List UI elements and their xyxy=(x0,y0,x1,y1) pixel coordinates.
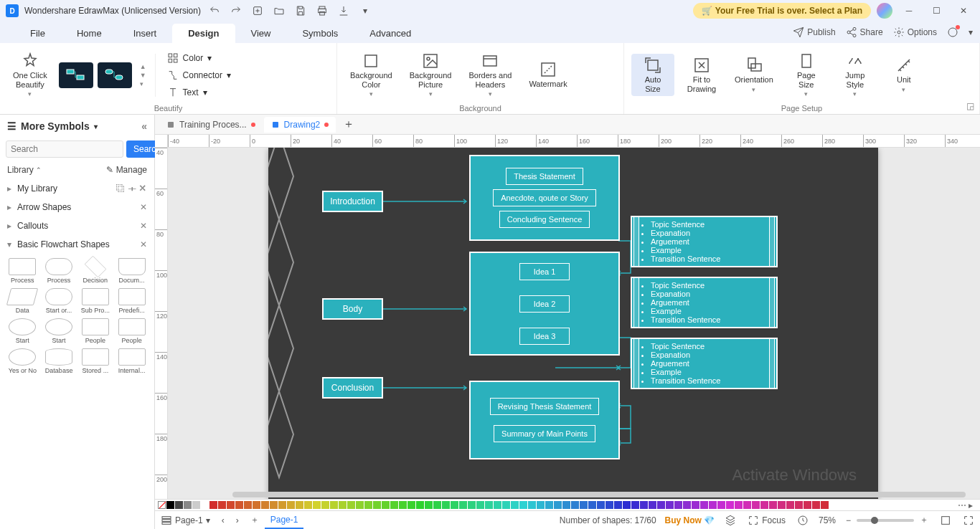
color-swatch[interactable] xyxy=(459,501,467,509)
color-swatch[interactable] xyxy=(692,501,699,509)
color-swatch[interactable] xyxy=(201,501,209,509)
color-swatch[interactable] xyxy=(468,501,476,509)
color-swatch[interactable] xyxy=(296,501,303,509)
color-swatch[interactable] xyxy=(597,501,605,509)
shape-start[interactable]: Start xyxy=(42,318,76,344)
color-swatch[interactable] xyxy=(666,501,674,509)
page-list-button[interactable]: Page-1 ▾ xyxy=(155,512,216,529)
prev-page-button[interactable]: ‹ xyxy=(216,513,230,528)
shape-subpro[interactable]: Sub Pro... xyxy=(79,288,113,314)
color-swatch[interactable] xyxy=(717,501,725,509)
connector-button[interactable]: Connector ▾ xyxy=(164,68,234,82)
color-swatch[interactable] xyxy=(399,501,407,509)
detail-list-3[interactable]: Topic SentenceExpanationArguementExample… xyxy=(631,338,778,389)
color-swatch[interactable] xyxy=(442,501,450,509)
doc-tab-drawing2[interactable]: Drawing2 xyxy=(264,117,336,133)
color-swatch[interactable] xyxy=(580,501,588,509)
theme-thumb-2[interactable] xyxy=(98,62,132,88)
color-swatch[interactable] xyxy=(821,501,829,509)
color-swatch[interactable] xyxy=(588,501,596,509)
color-swatch[interactable] xyxy=(726,501,734,509)
color-swatch[interactable] xyxy=(175,501,183,509)
bg-picture-button[interactable]: Background Picture▾ xyxy=(404,49,458,100)
color-swatch[interactable] xyxy=(356,501,364,509)
open-icon[interactable] xyxy=(271,3,287,19)
shape-people[interactable]: People xyxy=(79,318,113,344)
qa-dropdown-icon[interactable]: ▾ xyxy=(357,3,373,19)
trial-banner[interactable]: 🛒 Your Free Trial is over. Select a Plan xyxy=(693,3,871,19)
zoom-reset-button[interactable] xyxy=(791,512,814,529)
color-swatch[interactable] xyxy=(218,501,226,509)
sub-concluding[interactable]: Concluding Sentence xyxy=(499,211,590,228)
focus-button[interactable]: Focus xyxy=(742,512,791,529)
bg-color-button[interactable]: Background Color▾ xyxy=(344,49,398,100)
color-swatch[interactable] xyxy=(674,501,682,509)
color-swatch[interactable] xyxy=(304,501,312,509)
gallery-down-icon[interactable]: ▼ xyxy=(140,72,146,79)
color-swatch[interactable] xyxy=(709,501,717,509)
shape-docum[interactable]: Docum... xyxy=(115,258,149,284)
menu-advanced[interactable]: Advanced xyxy=(354,24,427,43)
menu-view[interactable]: View xyxy=(235,24,287,43)
shape-people[interactable]: People xyxy=(115,318,149,344)
color-swatch[interactable] xyxy=(606,501,613,509)
sidebar-collapse-icon[interactable]: « xyxy=(141,120,147,132)
shape-internal[interactable]: Internal... xyxy=(115,348,149,374)
shape-start[interactable]: Start xyxy=(6,318,39,344)
lib-cat-my-library[interactable]: ▸My Library⿻ ＋ ✕ xyxy=(0,179,154,198)
color-swatch[interactable] xyxy=(743,501,751,509)
color-swatch[interactable] xyxy=(519,501,527,509)
notification-icon[interactable] xyxy=(947,27,958,38)
color-swatch[interactable] xyxy=(451,501,458,509)
zoom-in-button[interactable]: ＋ xyxy=(914,511,934,529)
color-swatch[interactable] xyxy=(390,501,398,509)
menu-symbols[interactable]: Symbols xyxy=(286,24,354,43)
close-button[interactable]: ✕ xyxy=(953,2,974,19)
color-swatch[interactable] xyxy=(433,501,441,509)
color-swatch[interactable] xyxy=(407,501,415,509)
color-swatch[interactable] xyxy=(700,501,708,509)
color-swatch[interactable] xyxy=(631,501,639,509)
gallery-up-icon[interactable]: ▲ xyxy=(140,63,146,70)
ribbon-collapse-icon[interactable]: ▾ xyxy=(969,27,973,37)
color-swatch[interactable] xyxy=(752,501,760,509)
watermark-button[interactable]: Watermark xyxy=(523,58,573,91)
canvas[interactable]: Introduction Thesis Statement Anecdote, … xyxy=(168,148,980,499)
color-swatch[interactable] xyxy=(270,501,278,509)
menu-file[interactable]: File xyxy=(14,24,61,43)
color-swatch[interactable] xyxy=(476,501,484,509)
color-swatch[interactable] xyxy=(657,501,665,509)
page-tab-1[interactable]: Page-1 xyxy=(265,512,304,529)
share-link[interactable]: Share xyxy=(846,27,883,38)
node-introduction[interactable]: Introduction xyxy=(322,191,383,212)
sub-summary[interactable]: Summary of Main Points xyxy=(494,425,595,442)
color-swatch[interactable] xyxy=(339,501,347,509)
theme-thumb-1[interactable] xyxy=(59,62,93,88)
menu-home[interactable]: Home xyxy=(61,24,118,43)
color-swatch[interactable] xyxy=(786,501,794,509)
print-icon[interactable] xyxy=(314,3,330,19)
menu-insert[interactable]: Insert xyxy=(118,24,173,43)
detail-list-2[interactable]: Topic SentenceExpanationArguementExample… xyxy=(631,277,778,328)
h-scrollbar[interactable] xyxy=(232,492,966,497)
color-swatch[interactable] xyxy=(184,501,192,509)
publish-link[interactable]: Publish xyxy=(793,27,835,38)
shape-process[interactable]: Process xyxy=(42,258,76,284)
color-swatch[interactable] xyxy=(330,501,338,509)
color-swatch[interactable] xyxy=(235,501,243,509)
color-swatch[interactable] xyxy=(528,501,536,509)
page-size-button[interactable]: Page Size▾ xyxy=(785,49,828,100)
layers-icon[interactable] xyxy=(719,512,742,529)
color-swatch[interactable] xyxy=(416,501,424,509)
color-swatch[interactable] xyxy=(382,501,390,509)
color-swatch[interactable] xyxy=(209,501,217,509)
shape-stored[interactable]: Stored ... xyxy=(79,348,113,374)
lib-actions[interactable]: ⿻ ＋ ✕ xyxy=(116,184,147,194)
color-swatch[interactable] xyxy=(571,501,579,509)
theme-gallery[interactable] xyxy=(59,62,132,88)
color-swatch[interactable] xyxy=(683,501,691,509)
color-swatch[interactable] xyxy=(278,501,286,509)
one-click-beautify-button[interactable]: One Click Beautify ▾ xyxy=(7,49,53,100)
redo-icon[interactable] xyxy=(228,3,244,19)
color-swatch[interactable] xyxy=(485,501,493,509)
